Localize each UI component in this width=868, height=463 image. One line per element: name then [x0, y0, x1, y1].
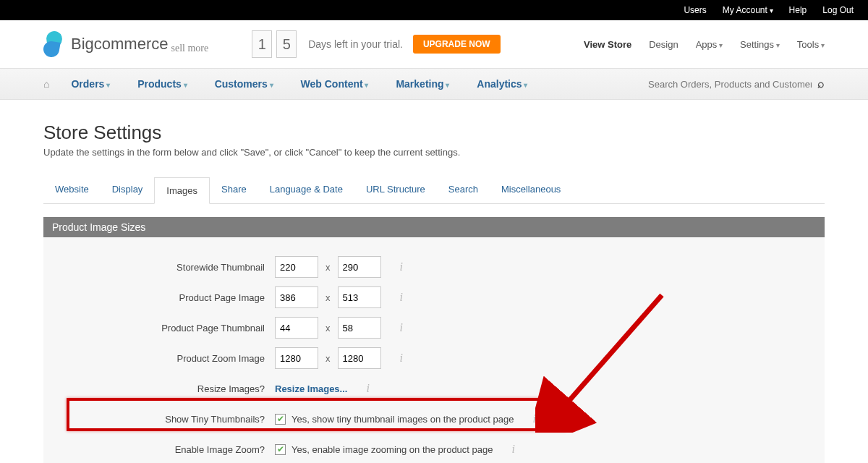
page-subtitle: Update the settings in the form below an… — [43, 147, 825, 158]
tab-images[interactable]: Images — [154, 177, 210, 204]
product-page-image-label: Product Page Image — [43, 292, 275, 303]
product-zoom-height[interactable] — [338, 347, 381, 369]
apps-menu[interactable]: Apps — [696, 39, 723, 50]
tab-search[interactable]: Search — [437, 177, 490, 203]
product-page-thumbnail-width[interactable] — [275, 317, 318, 339]
show-tiny-thumbnails-checkbox[interactable]: ✔ — [275, 414, 286, 425]
tools-menu[interactable]: Tools — [797, 39, 825, 50]
enable-image-zoom-label: Enable Image Zoom? — [43, 444, 275, 455]
product-zoom-width[interactable] — [275, 347, 318, 369]
tab-display[interactable]: Display — [101, 177, 155, 203]
nav-orders[interactable]: Orders — [71, 78, 110, 90]
storewide-thumbnail-height[interactable] — [338, 256, 381, 278]
logo-icon — [43, 31, 64, 57]
view-store-link[interactable]: View Store — [584, 39, 631, 50]
product-page-image-width[interactable] — [275, 286, 318, 308]
nav-analytics[interactable]: Analytics — [477, 78, 527, 90]
nav-customers[interactable]: Customers — [215, 78, 273, 90]
logo-text: Bigcommerce — [71, 35, 168, 54]
info-icon[interactable]: i — [512, 443, 515, 456]
product-zoom-image-label: Product Zoom Image — [43, 353, 275, 364]
design-link[interactable]: Design — [649, 39, 678, 50]
resize-images-link[interactable]: Resize Images... — [275, 383, 347, 394]
search-icon[interactable]: ⌕ — [817, 77, 825, 90]
enable-image-zoom-checkbox[interactable]: ✔ — [275, 444, 286, 455]
tab-share[interactable]: Share — [210, 177, 258, 203]
show-tiny-thumbnails-label: Show Tiny Thumbnails? — [43, 414, 275, 425]
topbar-logout[interactable]: Log Out — [822, 5, 854, 15]
nav-marketing[interactable]: Marketing — [396, 78, 449, 90]
info-icon[interactable]: i — [400, 352, 403, 365]
enable-image-zoom-text: Yes, enable image zooming on the product… — [292, 444, 493, 455]
tab-website[interactable]: Website — [43, 177, 101, 203]
topbar-users[interactable]: Users — [684, 5, 706, 15]
info-icon[interactable]: i — [366, 382, 369, 395]
product-page-thumbnail-label: Product Page Thumbnail — [43, 323, 275, 334]
dimension-separator: x — [326, 262, 331, 273]
nav-products[interactable]: Products — [137, 78, 187, 90]
info-icon[interactable]: i — [400, 291, 403, 304]
dimension-separator: x — [326, 323, 331, 334]
info-icon[interactable]: i — [400, 260, 403, 273]
page-title: Store Settings — [43, 122, 825, 144]
nav-web-content[interactable]: Web Content — [301, 78, 369, 90]
search-input[interactable] — [647, 78, 813, 90]
product-page-image-height[interactable] — [338, 286, 381, 308]
trial-digit-2: 5 — [276, 30, 297, 58]
tab-url-structure[interactable]: URL Structure — [354, 177, 437, 203]
tab-miscellaneous[interactable]: Miscellaneous — [490, 177, 572, 203]
upgrade-now-button[interactable]: UPGRADE NOW — [413, 35, 501, 54]
panel-heading: Product Image Sizes — [43, 217, 825, 237]
storewide-thumbnail-width[interactable] — [275, 256, 318, 278]
trial-digit-1: 1 — [252, 30, 272, 58]
show-tiny-thumbnails-text: Yes, show tiny thumbnail images on the p… — [292, 414, 514, 425]
settings-menu[interactable]: Settings — [740, 39, 780, 50]
dimension-separator: x — [326, 292, 331, 303]
home-icon[interactable]: ⌂ — [43, 78, 49, 90]
tab-language-date[interactable]: Language & Date — [258, 177, 354, 203]
storewide-thumbnail-label: Storewide Thumbnail — [43, 262, 275, 273]
product-page-thumbnail-height[interactable] — [338, 317, 381, 339]
logo-tagline: sell more — [171, 43, 208, 54]
info-icon[interactable]: i — [400, 321, 403, 334]
dimension-separator: x — [326, 353, 331, 364]
topbar-help[interactable]: Help — [789, 5, 807, 15]
resize-images-label: Resize Images? — [43, 383, 275, 394]
info-icon[interactable]: i — [532, 412, 535, 425]
trial-days-text: Days left in your trial. — [308, 38, 403, 50]
topbar-my-account[interactable]: My Account — [723, 5, 773, 15]
